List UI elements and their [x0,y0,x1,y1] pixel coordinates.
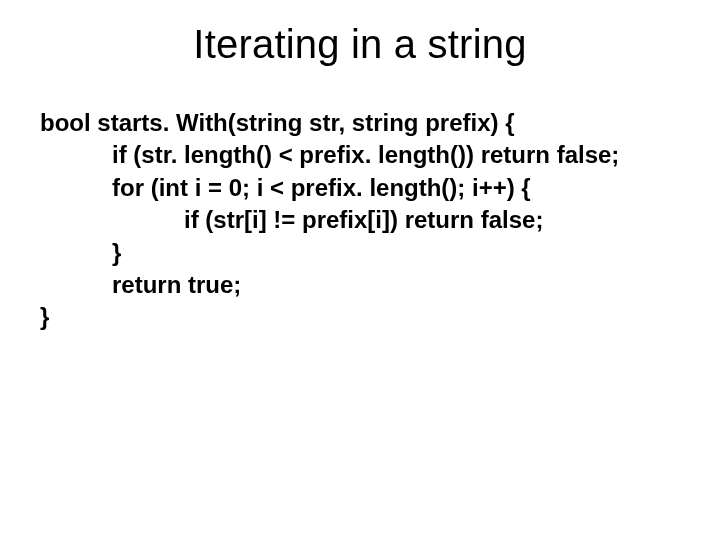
code-line: if (str. length() < prefix. length()) re… [40,139,680,171]
code-block: bool starts. With(string str, string pre… [0,77,720,334]
code-line: } [40,301,680,333]
code-line: } [40,237,680,269]
code-line: if (str[i] != prefix[i]) return false; [40,204,680,236]
code-line: bool starts. With(string str, string pre… [40,107,680,139]
code-line: for (int i = 0; i < prefix. length(); i+… [40,172,680,204]
slide-title: Iterating in a string [0,0,720,77]
code-line: return true; [40,269,680,301]
slide: Iterating in a string bool starts. With(… [0,0,720,540]
